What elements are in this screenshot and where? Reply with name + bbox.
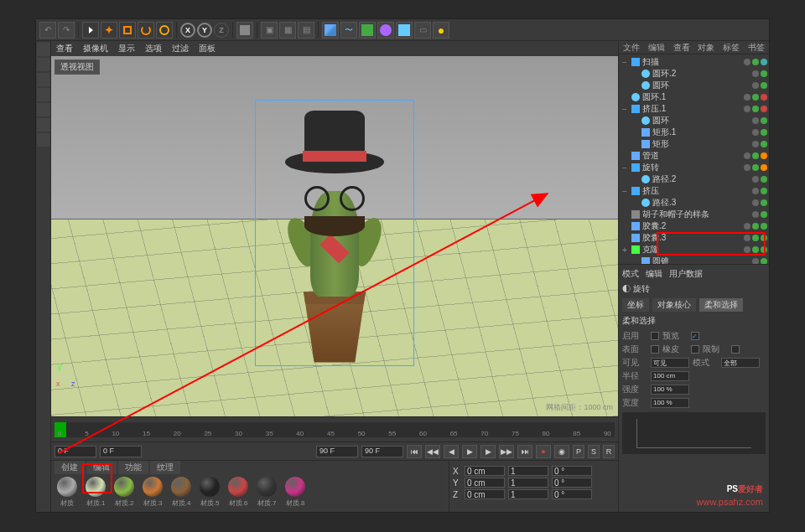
prev-frame-button[interactable]: ◀ [444,445,459,458]
edge-mode-button[interactable] [37,88,50,101]
tree-item-2[interactable]: 圆环 [621,80,767,91]
undo-button[interactable]: ↶ [39,22,56,39]
tree-item-7[interactable]: 矩形 [621,138,767,150]
scale-tool[interactable] [119,22,136,39]
radius-field[interactable]: 100 cm [651,371,689,381]
enable-checkbox[interactable] [651,332,659,340]
obj-tab-file[interactable]: 文件 [619,41,644,54]
visible-field[interactable]: 可见 [651,358,689,368]
rot-y-field[interactable]: 0 ° [552,478,592,488]
tree-item-0[interactable]: −扫描 [621,56,767,68]
key-rot-button[interactable]: R [603,445,615,458]
next-frame-button[interactable]: ▶ [480,445,496,458]
key-pos-button[interactable]: P [573,445,584,458]
model-mode-button[interactable] [37,43,50,56]
pos-z-field[interactable]: 0 cm [465,489,505,499]
attr-tab-user[interactable]: 用户数据 [669,268,703,280]
vp-menu-options[interactable]: 选项 [145,43,162,54]
environment-button[interactable] [396,22,413,39]
deformer-button[interactable] [377,22,394,39]
tree-item-8[interactable]: 管道 [621,150,767,162]
redo-button[interactable]: ↷ [58,22,75,39]
camera-button[interactable]: ▭ [414,22,431,39]
timeline-track[interactable]: 051015202530354045505560657075808590 [55,422,615,437]
subtab-coord[interactable]: 坐标 [622,298,649,312]
workplane-button[interactable] [37,133,50,147]
vp-menu-filter[interactable]: 过滤 [172,43,189,54]
next-key-button[interactable]: ▶▶ [499,445,514,458]
tree-item-13[interactable]: 胡子和帽子的样条 [621,209,767,220]
tree-item-9[interactable]: −旋转 [621,162,767,173]
scale-z-field[interactable]: 1 [508,489,548,499]
mat-tab-tex[interactable]: 纹理 [150,461,180,474]
strength-field[interactable]: 100 % [651,385,689,395]
record-button[interactable]: ● [536,445,551,458]
coord-system-button[interactable] [236,22,253,39]
point-mode-button[interactable] [37,73,50,86]
scale-x-field[interactable]: 1 [508,466,548,476]
surface-checkbox[interactable] [651,345,659,354]
pos-x-field[interactable]: 0 cm [465,466,505,476]
render-settings-button[interactable]: ▦ [279,22,296,39]
generator-button[interactable] [359,22,376,39]
primitive-button[interactable] [322,22,339,39]
light-button[interactable]: ● [433,22,449,39]
falloff-curve[interactable] [622,412,766,454]
obj-tab-view[interactable]: 查看 [669,41,694,54]
goto-end-button[interactable]: ⏭ [517,445,532,458]
tree-item-4[interactable]: −挤压.1 [621,103,767,115]
timeline[interactable]: 051015202530354045505560657075808590 [51,416,618,442]
obj-tab-bookmark[interactable]: 书签 [744,41,769,54]
limit-checkbox[interactable] [731,345,740,354]
scale-y-field[interactable]: 1 [508,478,548,488]
mode-field[interactable]: 全部 [721,358,760,368]
material-0[interactable]: 材质 [55,477,80,510]
tree-item-17[interactable]: 圆锥 [621,256,767,264]
viewport[interactable]: 透视视图 yxz 网格间距：1000 cm [51,56,618,416]
attr-tab-mode[interactable]: 模式 [622,268,639,280]
polygon-mode-button[interactable] [37,103,50,116]
vp-menu-panel[interactable]: 面板 [199,43,216,54]
range-end-field[interactable]: 90 F [316,446,358,457]
vp-menu-camera[interactable]: 摄像机 [83,43,108,54]
texture-mode-button[interactable] [37,118,50,132]
mat-tab-func[interactable]: 功能 [118,461,148,474]
material-6[interactable]: 材质.6 [226,477,251,510]
tree-item-6[interactable]: 矩形.1 [621,127,767,138]
axis-x-toggle[interactable]: X [180,23,195,38]
obj-tab-tags[interactable]: 标签 [719,41,744,54]
tree-item-1[interactable]: 圆环.2 [621,68,767,80]
tree-item-5[interactable]: 圆环 [621,115,767,127]
pos-y-field[interactable]: 0 cm [465,478,505,488]
subtab-soft[interactable]: 柔和选择 [699,298,743,312]
tree-item-12[interactable]: 路径.3 [621,197,767,209]
axis-y-toggle[interactable]: Y [197,23,212,38]
mat-tab-create[interactable]: 创建 [55,461,85,474]
material-8[interactable]: 材质.8 [283,477,308,510]
render-queue-button[interactable]: ▤ [298,22,314,39]
axis-z-toggle[interactable]: Z [214,23,229,38]
material-7[interactable]: 材质.7 [254,477,279,510]
play-button[interactable]: ▶ [462,445,477,458]
tree-item-11[interactable]: −挤压 [621,185,767,197]
material-5[interactable]: 材质.5 [197,477,222,510]
material-2[interactable]: 材质.2 [112,477,137,510]
preview-checkbox[interactable] [691,332,699,340]
render-view-button[interactable]: ▣ [261,22,278,39]
tree-item-10[interactable]: 路径.2 [621,173,767,185]
rotate-tool[interactable] [138,22,154,39]
autokey-button[interactable]: ◉ [554,445,569,458]
edge-checkbox[interactable] [691,345,699,354]
move-tool[interactable]: ✦ [101,22,117,39]
subtab-core[interactable]: 对象核心 [652,298,696,312]
attr-tab-edit[interactable]: 编辑 [646,268,662,280]
tree-item-3[interactable]: 圆环.1 [621,91,767,103]
vp-menu-view[interactable]: 查看 [56,43,73,54]
obj-tab-edit[interactable]: 编辑 [644,41,669,54]
key-scale-button[interactable]: S [588,445,600,458]
prev-key-button[interactable]: ◀◀ [425,445,440,458]
goto-start-button[interactable]: ⏮ [407,445,422,458]
spline-button[interactable]: 〜 [340,22,357,39]
select-tool[interactable] [82,22,99,39]
vp-menu-display[interactable]: 显示 [118,43,135,54]
